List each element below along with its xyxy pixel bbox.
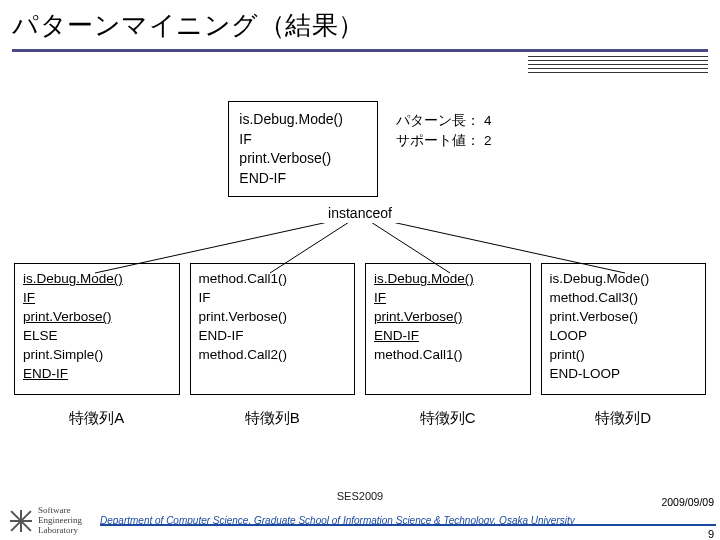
code-line: END-IF	[199, 327, 347, 346]
code-line: print.Verbose()	[550, 308, 698, 327]
code-line: print.Simple()	[23, 346, 171, 365]
code-line: IF	[374, 289, 522, 308]
meta-line: サポート値： 2	[396, 131, 491, 151]
code-line: ELSE	[23, 327, 171, 346]
code-line: IF	[23, 289, 171, 308]
svg-line-3	[360, 215, 625, 273]
code-line: print.Verbose()	[23, 308, 171, 327]
svg-line-1	[270, 215, 360, 273]
instanceof-section: instanceof	[0, 203, 720, 223]
svg-line-2	[360, 215, 450, 273]
pattern-meta: パターン長： 4 サポート値： 2	[396, 101, 491, 152]
col-label-a: 特徴列A	[69, 409, 124, 428]
code-line: method.Call3()	[550, 289, 698, 308]
connector-lines	[0, 215, 720, 285]
code-line: IF	[239, 130, 367, 150]
feature-col-b: method.Call1() IF print.Verbose() END-IF…	[190, 263, 356, 428]
feature-col-a: is.Debug.Mode() IF print.Verbose() ELSE …	[14, 263, 180, 428]
page-number: 9	[708, 528, 714, 540]
col-label-c: 特徴列C	[420, 409, 476, 428]
col-label-b: 特徴列B	[245, 409, 300, 428]
lab-logo: Software Engineering Laboratory	[10, 506, 82, 536]
lab-logo-text: Software Engineering Laboratory	[38, 506, 82, 536]
code-line: END-IF	[239, 169, 367, 189]
code-line: END-IF	[23, 365, 171, 384]
code-line: print.Verbose()	[374, 308, 522, 327]
footer-date: 2009/09/09	[661, 496, 714, 508]
col-label-d: 特徴列D	[595, 409, 651, 428]
code-line: print.Verbose()	[199, 308, 347, 327]
conference-label: SES2009	[0, 490, 720, 502]
code-line: print.Verbose()	[239, 149, 367, 169]
lab-logo-icon	[10, 510, 32, 532]
code-line: method.Call1()	[374, 346, 522, 365]
slide-footer: SES2009 2009/09/09 Department of Compute…	[0, 490, 720, 540]
feature-col-d: is.Debug.Mode() method.Call3() print.Ver…	[541, 263, 707, 428]
code-line: LOOP	[550, 327, 698, 346]
code-line: is.Debug.Mode()	[239, 110, 367, 130]
svg-line-0	[95, 215, 360, 273]
code-line: END-IF	[374, 327, 522, 346]
code-line: END-LOOP	[550, 365, 698, 384]
code-line: print()	[550, 346, 698, 365]
pattern-row: is.Debug.Mode() IF print.Verbose() END-I…	[0, 101, 720, 197]
meta-line: パターン長： 4	[396, 111, 491, 131]
feature-col-c: is.Debug.Mode() IF print.Verbose() END-I…	[365, 263, 531, 428]
code-line: IF	[199, 289, 347, 308]
footer-separator	[100, 524, 716, 526]
code-line: method.Call2()	[199, 346, 347, 365]
slide-title: パターンマイニング（結果）	[0, 0, 720, 47]
title-underline	[12, 49, 708, 73]
pattern-code-box: is.Debug.Mode() IF print.Verbose() END-I…	[228, 101, 378, 197]
instanceof-label: instanceof	[322, 203, 398, 223]
